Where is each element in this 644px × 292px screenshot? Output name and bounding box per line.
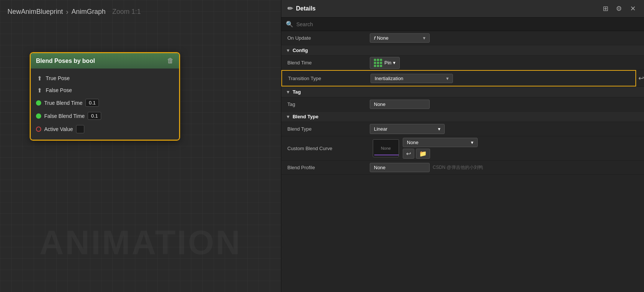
blend-profile-label: Blend Profile [287,165,370,170]
on-update-value-text: None [377,35,388,41]
search-icon: 🔍 [286,21,293,28]
list-item: ⬆ True Pose [31,72,179,84]
transition-type-row: Transition Type Inertialization ▾ ↩ [281,70,644,87]
settings-button[interactable]: ⚙ [614,4,623,13]
active-value-checkbox[interactable] [76,125,84,133]
properties-scroll[interactable]: On Update f None ▾ ▼ Config Blend Time [281,31,644,292]
section-collapse-icon: ▼ [286,48,290,53]
blend-profile-value-text[interactable]: None [370,163,430,172]
chevron-down-icon: ▾ [471,140,474,145]
blend-type-prop-value: Linear ▾ [370,124,638,134]
details-panel: ✏ Details ⊞ ⚙ ✕ 🔍 On Update f None ▾ ▼ [281,0,644,292]
curve-action-buttons: ↩ 📁 [403,149,478,159]
pin-dots-icon [374,59,382,67]
pin-button[interactable]: Pin ▾ [370,57,400,69]
blend-profile-row: Blend Profile None CSDN @弹吉他的小刘鸭 [281,161,644,175]
chevron-down-icon: ▾ [446,76,449,81]
chevron-down-icon: ▾ [438,126,441,132]
arrow-pin-icon: ⬆ [36,75,43,82]
config-section-title: Config [293,48,308,53]
tag-row: Tag None [281,97,644,112]
csdn-watermark: CSDN @弹吉他的小刘鸭 [433,164,483,171]
green-circle-pin [36,100,41,106]
green-circle-pin-2 [36,113,41,119]
blend-type-section-header[interactable]: ▼ Blend Type [281,112,644,122]
transition-type-dropdown[interactable]: Inertialization ▾ [371,74,453,83]
list-item: True Blend Time 0.1 [31,96,179,109]
blend-type-prop-row: Blend Type Linear ▾ [281,122,644,136]
false-blend-time-label: False Blend Time [44,113,85,119]
section-collapse-icon: ▼ [286,114,290,119]
chevron-down-icon: ▾ [393,60,396,66]
curve-thumbnail: None [373,139,399,157]
curve-bottom-line [374,155,399,155]
section-collapse-icon: ▼ [286,89,290,95]
transition-type-value: Inertialization ▾ [371,74,629,83]
transition-type-value-text: Inertialization [375,76,403,81]
blend-type-value-text: Linear [374,126,387,132]
f-function-icon: f None [374,35,388,41]
on-update-value: f None ▾ [370,33,638,43]
false-blend-time-value[interactable]: 0.1 [88,112,101,120]
close-button[interactable]: ✕ [628,4,638,13]
undo-icon[interactable]: ↩ [638,74,644,82]
delete-node-icon[interactable]: 🗑 [167,57,174,65]
node-title: Blend Poses by bool [36,58,95,64]
curve-controls: None ▾ ↩ 📁 [403,138,478,159]
list-item: Active Value [31,122,179,136]
on-update-label: On Update [287,35,370,41]
blend-poses-node[interactable]: Blend Poses by bool 🗑 ⬆ True Pose ⬆ Fals… [30,52,180,140]
search-bar: 🔍 [281,18,644,31]
details-titlebar: ✏ Details ⊞ ⚙ ✕ [281,0,644,18]
details-title-group: ✏ Details [287,4,315,13]
chevron-down-icon: ▾ [423,35,426,41]
list-item: ⬆ False Pose [31,84,179,96]
transition-type-label: Transition Type [288,76,371,81]
breadcrumb-graph[interactable]: AnimGraph [72,8,106,16]
node-header: Blend Poses by bool 🗑 [31,53,179,69]
true-pose-label: True Pose [46,75,70,81]
search-input[interactable] [296,21,640,27]
curve-dropdown[interactable]: None ▾ [403,138,478,147]
active-value-label: Active Value [44,126,73,132]
blend-type-prop-label: Blend Type [287,126,370,132]
breadcrumb-zoom: Zoom 1:1 [112,8,141,16]
blend-time-label: Blend Time [287,60,370,66]
curve-thumbnail-label: None [381,146,391,150]
curve-reset-button[interactable]: ↩ [403,149,414,159]
arrow-pin-icon-2: ⬆ [36,87,43,94]
breadcrumb-project[interactable]: NewAnimBlueprint [7,8,63,16]
on-update-row: On Update f None ▾ [281,31,644,45]
breadcrumb: NewAnimBlueprint › AnimGraph Zoom 1:1 [7,7,141,16]
blend-type-section-title: Blend Type [293,114,318,119]
watermark-text: ANIMATION [0,223,281,262]
tag-section-header[interactable]: ▼ Tag [281,87,644,97]
false-pose-label: False Pose [46,87,72,93]
blend-time-row: Blend Time Pin ▾ [281,56,644,70]
curve-value-text: None [407,140,418,145]
grid-view-button[interactable]: ⊞ [601,4,610,13]
on-update-dropdown[interactable]: f None ▾ [370,33,430,43]
blend-type-dropdown[interactable]: Linear ▾ [370,124,445,134]
tag-value-text[interactable]: None [370,100,430,109]
pin-label: Pin [384,60,391,66]
config-section-header[interactable]: ▼ Config [281,45,644,56]
details-titlebar-right: ⊞ ⚙ ✕ [601,4,638,13]
custom-blend-curve-value: None None ▾ ↩ 📁 [373,138,638,159]
blend-time-value: Pin ▾ [370,57,638,69]
pencil-icon: ✏ [287,4,293,13]
list-item: False Blend Time 0.1 [31,109,179,122]
blend-profile-value: None CSDN @弹吉他的小刘鸭 [370,163,638,172]
custom-blend-curve-label: Custom Blend Curve [287,146,370,151]
curve-browse-button[interactable]: 📁 [416,149,430,159]
tag-value: None [370,100,638,109]
tag-label: Tag [287,101,370,107]
true-blend-time-value[interactable]: 0.1 [85,99,99,107]
custom-blend-curve-row: Custom Blend Curve None None ▾ ↩ 📁 [281,136,644,161]
red-circle-pin [36,127,41,132]
details-title-text: Details [296,5,315,12]
true-blend-time-label: True Blend Time [44,100,82,106]
graph-panel: NewAnimBlueprint › AnimGraph Zoom 1:1 Bl… [0,0,281,292]
breadcrumb-separator: › [66,7,69,16]
node-body: ⬆ True Pose ⬆ False Pose True Blend Time… [31,69,179,140]
